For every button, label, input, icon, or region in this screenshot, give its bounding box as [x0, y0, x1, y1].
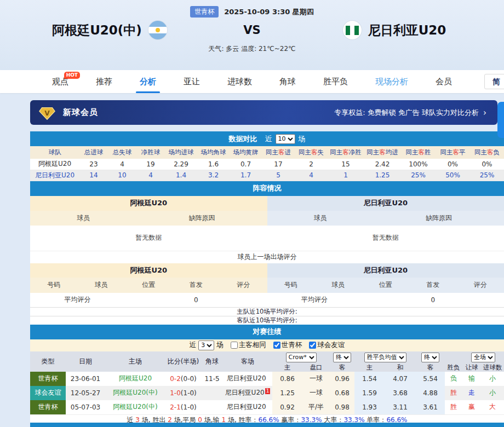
h2h-row: 世青杯 05-07-03 阿根廷U20(中) 2-1(1-0) 尼日利亚U20 …: [30, 400, 504, 415]
col-away: 客场: [223, 351, 272, 372]
result-wdl-cell: 胜: [445, 386, 462, 400]
h2h-section: 对赛往绩 近 3 场 主客相同 世青杯 球会友谊 类型 日期 主场 比分(半场)…: [30, 325, 504, 426]
checkbox-label: 球会友谊: [317, 341, 345, 350]
col-number: 号码: [267, 278, 315, 293]
empty-header: [445, 351, 462, 363]
empty-cell: [362, 293, 410, 307]
home-team-name: 阿根廷U20(中): [52, 22, 142, 39]
away-cell: 尼日利亚U20: [223, 372, 272, 386]
type-cell: 世青杯: [30, 400, 66, 415]
ah-away-cell: 0.98: [330, 400, 354, 415]
stat-cell: 1.7: [230, 170, 262, 181]
home-team: 阿根廷U20(中): [0, 21, 219, 39]
match-header: 世青杯 2025-10-09 3:30 星期四 阿根廷U20(中) VS 尼日利…: [0, 0, 504, 70]
recent-games-select[interactable]: 10: [276, 134, 295, 144]
stat-cell: 2.42: [364, 159, 401, 170]
odds-draw-cell: 3.11: [385, 400, 416, 415]
col-absence-reason: 缺阵原因: [137, 214, 267, 223]
stat-cell: 1.4: [165, 170, 197, 181]
worldcup-checkbox[interactable]: [273, 342, 280, 349]
wdl-average-select[interactable]: 胜平负均值: [364, 353, 406, 362]
ah-home-cell: 0.86: [272, 372, 302, 386]
tab-analysis[interactable]: 分析: [126, 70, 170, 93]
stat-cell: 10: [108, 170, 136, 181]
side-float-widget[interactable]: [497, 102, 504, 138]
date-cell: 23-06-01: [66, 372, 105, 386]
h2h-row: 球会友谊 12-05-27 阿根廷U20(中) 1-0(1-0) 尼日利亚U20…: [30, 386, 504, 400]
stat-cell: 4: [295, 170, 328, 181]
tab-label: 进球数: [227, 77, 252, 86]
final-odds-select-2[interactable]: 终: [421, 353, 439, 362]
stat-cell: 15: [328, 159, 364, 170]
lineup-away-team: 尼日利亚U20: [267, 196, 504, 211]
friendly-filter[interactable]: 球会友谊: [304, 341, 345, 350]
final-select-cell: 终: [416, 351, 445, 363]
h2h-header-row-1: 类型 日期 主场 比分(半场) 角球 客场 Crow* 终 胜平负均值 终 全场: [30, 351, 504, 363]
tab-label: 胜平负: [323, 77, 348, 86]
svg-text:V: V: [44, 109, 50, 117]
h2h-recent-select[interactable]: 3: [198, 341, 214, 350]
away-team: 尼日利亚U20: [285, 21, 504, 39]
ah-away-cell: 0.96: [330, 372, 354, 386]
corner-cell: 11-5: [201, 372, 223, 386]
checkbox-label: 主客相同: [239, 341, 266, 350]
worldcup-filter[interactable]: 世青杯: [268, 341, 302, 350]
chevron-right-icon[interactable]: ›: [483, 108, 486, 118]
away-recent-rating: 客队近10场平均评分:: [30, 316, 504, 325]
stat-cell: 1.25: [364, 170, 401, 181]
final-odds-select-1[interactable]: 终: [333, 353, 351, 362]
stat-cell: 19: [136, 159, 165, 170]
fulltime-select[interactable]: 全场: [471, 353, 495, 362]
empty-cell: [220, 293, 267, 307]
weather-info: 天气: 多云 温度: 21℃~22℃: [0, 44, 504, 54]
friendly-checkbox[interactable]: [309, 342, 316, 349]
stat-cell: 4: [136, 170, 165, 181]
col-player: 球员: [314, 278, 362, 293]
tab-viewpoint[interactable]: 观点 HOT: [38, 70, 82, 93]
col-corner: 角球: [201, 351, 223, 372]
tab-live-analysis[interactable]: 现场分析: [362, 70, 422, 93]
col-position: 位置: [125, 278, 173, 293]
lineup-header: 阵容情况: [30, 181, 504, 196]
col-starter: 首发: [409, 278, 457, 293]
compare-header-row: 球队 总进球 总失球 净胜球 场均进球 场均角球 场均黄牌 同主客进 同主客失 …: [30, 146, 504, 159]
section-title: 阵容情况: [253, 183, 282, 193]
away-cell: 尼日利亚U20: [223, 400, 272, 415]
odds-draw-cell: 3.68: [385, 386, 416, 400]
col-header: 同主客平: [436, 146, 470, 159]
same-venue-filter[interactable]: 主客相同: [226, 341, 266, 350]
compare-row-away: 尼日利亚U20 14 10 4 1.4 3.2 1.7 5 4 1 1.25 2…: [30, 170, 504, 181]
lineup-section: 阵容情况 阿根廷U20 尼日利亚U20 球员 缺阵原因 球员 缺阵原因 暂无数据…: [30, 181, 504, 263]
tab-member[interactable]: 会员: [422, 70, 466, 93]
col-ah-away: 客: [330, 363, 354, 372]
col-header: 球队: [30, 146, 79, 159]
same-venue-checkbox[interactable]: [231, 342, 238, 349]
odds-company-select[interactable]: Crow*: [286, 353, 317, 362]
simplified-chinese-button[interactable]: 简: [484, 74, 504, 89]
result-handicap-cell: 输: [462, 372, 481, 386]
col-odds-away: 客: [416, 363, 445, 372]
col-home: 主场: [105, 351, 165, 372]
col-header: 总进球: [79, 146, 108, 159]
col-header: 场均角球: [197, 146, 230, 159]
col-header: 同主客负: [470, 146, 504, 159]
ratings-section: 阿根廷U20 尼日利亚U20 号码 球员 位置 首发 评分 号码 球员 位置 首…: [30, 263, 504, 325]
col-header: 场均进球: [165, 146, 197, 159]
col-player: 球员: [78, 278, 125, 293]
odds-avg-select-cell: 胜平负均值: [354, 351, 416, 363]
col-player: 球员: [30, 214, 137, 223]
vip-banner[interactable]: V 新球会员 专享权益: 免费解锁 免广告 球队实力对比分析 ›: [30, 100, 497, 125]
stat-cell: 2.29: [165, 159, 197, 170]
tab-wdl[interactable]: 胜平负: [310, 70, 362, 93]
tab-recommend[interactable]: 推荐: [82, 70, 126, 93]
tab-handicap[interactable]: 亚让: [170, 70, 214, 93]
tab-goals[interactable]: 进球数: [214, 70, 266, 93]
empty-cell: [457, 293, 504, 307]
hot-badge: HOT: [64, 72, 80, 79]
nav-bar: 观点 HOT 推荐 分析 亚让 进球数 角球 胜平负 现场分析 会员 简: [0, 70, 504, 93]
team-cell: 阿根廷U20: [30, 159, 79, 170]
tab-corners[interactable]: 角球: [266, 70, 310, 93]
col-number: 号码: [30, 278, 78, 293]
away-team-name: 尼日利亚U20: [368, 22, 446, 39]
col-date: 日期: [66, 351, 105, 372]
